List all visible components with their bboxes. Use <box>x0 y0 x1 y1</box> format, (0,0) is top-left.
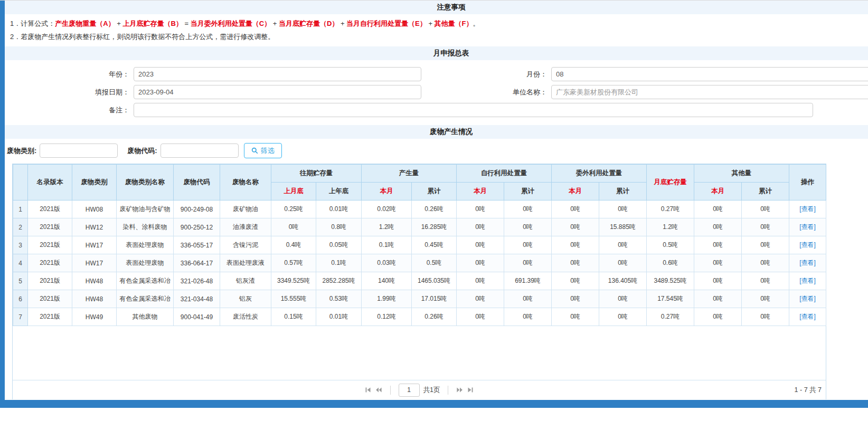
waste-code-input[interactable] <box>161 144 239 158</box>
data-cell: 1.2吨 <box>647 218 694 236</box>
fill-date-input[interactable] <box>134 85 421 99</box>
sub-column-header[interactable]: 本月 <box>457 183 504 200</box>
column-header[interactable]: 其他量 <box>694 165 789 183</box>
table-row[interactable]: 32021版HW17表面处理废物336-055-17含镍污泥0.4吨0.05吨0… <box>13 236 826 254</box>
view-link[interactable]: [查看] <box>799 205 816 213</box>
year-label: 年份： <box>5 70 134 79</box>
column-header[interactable]: 废物类别 <box>72 165 117 200</box>
first-page-button[interactable] <box>365 387 371 393</box>
data-cell: 136.405吨 <box>599 272 647 290</box>
next-page-icon <box>456 387 464 393</box>
company-name-input[interactable] <box>551 85 868 99</box>
view-link[interactable]: [查看] <box>799 259 816 266</box>
data-cell: 0吨 <box>742 236 789 254</box>
table-row[interactable]: 72021版HW49其他废物900-041-49废活性炭0.15吨0.01吨0.… <box>13 308 826 326</box>
data-cell: 0吨 <box>599 236 647 254</box>
data-cell: 有色金属采选和冶 <box>117 290 174 308</box>
column-header[interactable]: 自行利用处置量 <box>457 165 552 183</box>
data-cell: 0.27吨 <box>647 200 694 218</box>
data-cell: 0.26吨 <box>412 308 457 326</box>
data-cell: 0吨 <box>457 236 504 254</box>
table-row[interactable]: 52021版HW48有色金属采选和冶321-026-48铝灰渣3349.525吨… <box>13 272 826 290</box>
view-link[interactable]: [查看] <box>799 223 816 231</box>
sub-column-header[interactable]: 累计 <box>742 183 789 200</box>
column-header[interactable]: 产生量 <box>362 165 457 183</box>
data-cell: 0吨 <box>694 290 742 308</box>
data-cell: 铝灰 <box>220 290 271 308</box>
data-cell: 0吨 <box>552 254 599 272</box>
month-input[interactable] <box>551 67 868 81</box>
column-header[interactable]: 委外利用处置量 <box>552 165 647 183</box>
month-label: 月份： <box>421 70 551 79</box>
company-name-label: 单位名称： <box>421 88 551 97</box>
view-link[interactable]: [查看] <box>799 295 816 302</box>
notice-block: 1．计算公式：产生废物重量（A） + 上月底贮存量（B） = 当月委外利用处置量… <box>5 14 868 46</box>
filter-button[interactable]: 筛选 <box>244 143 282 158</box>
data-cell: 0吨 <box>742 290 789 308</box>
column-header[interactable]: 操作 <box>789 165 826 200</box>
column-header[interactable]: 废物名称 <box>220 165 271 200</box>
table-row[interactable]: 22021版HW12染料、涂料废物900-250-12油漆废渣0吨0.8吨1.2… <box>13 218 826 236</box>
page: 注意事项 1．计算公式：产生废物重量（A） + 上月底贮存量（B） = 当月委外… <box>0 0 868 430</box>
table-row[interactable]: 62021版HW48有色金属采选和冶321-034-48铝灰15.555吨0.5… <box>13 290 826 308</box>
data-cell: 0吨 <box>457 290 504 308</box>
row-number-cell: 4 <box>13 254 28 272</box>
column-header[interactable]: 名录版本 <box>28 165 72 200</box>
table-row[interactable]: 12021版HW08废矿物油与含矿物900-249-08废矿物油0.25吨0.0… <box>13 200 826 218</box>
column-header[interactable]: 月底贮存量 <box>647 165 694 200</box>
waste-category-input[interactable] <box>40 144 118 158</box>
data-cell: 2852.285吨 <box>316 272 362 290</box>
data-cell: 0吨 <box>742 308 789 326</box>
last-page-button[interactable] <box>467 387 474 393</box>
sub-column-header[interactable]: 本月 <box>552 183 599 200</box>
formula-sep5: + <box>427 20 435 27</box>
data-cell: HW17 <box>72 254 117 272</box>
data-cell: 0吨 <box>504 200 552 218</box>
data-cell: 0.02吨 <box>362 200 412 218</box>
data-cell: 0.27吨 <box>647 308 694 326</box>
data-cell: 0吨 <box>552 272 599 290</box>
form-row-3: 备注： <box>5 103 868 117</box>
prev-page-button[interactable] <box>375 387 382 393</box>
data-cell: 0吨 <box>552 290 599 308</box>
data-cell: 0吨 <box>742 272 789 290</box>
search-icon <box>251 147 258 154</box>
view-link[interactable]: [查看] <box>799 313 816 320</box>
column-header[interactable]: 废物类别名称 <box>117 165 174 200</box>
view-link[interactable]: [查看] <box>799 241 816 249</box>
sub-column-header[interactable]: 累计 <box>504 183 552 200</box>
formula-term-f: 其他量（F） <box>435 20 473 27</box>
data-cell: 含镍污泥 <box>220 236 271 254</box>
data-cell: 0.8吨 <box>316 218 362 236</box>
data-cell: 0吨 <box>504 218 552 236</box>
table-row[interactable]: 42021版HW17表面处理废物336-064-17表面处理废液0.57吨0.1… <box>13 254 826 272</box>
column-header[interactable]: 废物代码 <box>174 165 220 200</box>
sub-column-header[interactable]: 上月底 <box>271 183 316 200</box>
data-cell: 0吨 <box>599 200 647 218</box>
data-cell: 0.25吨 <box>271 200 316 218</box>
sub-column-header[interactable]: 本月 <box>694 183 742 200</box>
action-cell: [查看] <box>789 218 826 236</box>
data-cell: HW49 <box>72 308 117 326</box>
data-cell: 0.26吨 <box>412 200 457 218</box>
data-cell: 0吨 <box>742 218 789 236</box>
view-link[interactable]: [查看] <box>799 277 816 284</box>
data-cell: 17.545吨 <box>647 290 694 308</box>
data-cell: 336-055-17 <box>174 236 220 254</box>
sub-column-header[interactable]: 上年底 <box>316 183 362 200</box>
notice-formula-line: 1．计算公式：产生废物重量（A） + 上月底贮存量（B） = 当月委外利用处置量… <box>10 17 868 30</box>
pager-controls: 共1页 <box>365 384 474 397</box>
remark-input[interactable] <box>134 103 813 117</box>
formula-term-d: 当月底贮存量（D） <box>279 20 338 27</box>
year-input[interactable] <box>134 67 421 81</box>
data-cell: 0.03吨 <box>362 254 412 272</box>
action-cell: [查看] <box>789 308 826 326</box>
page-number-input[interactable] <box>399 384 420 397</box>
sub-column-header[interactable]: 本月 <box>362 183 412 200</box>
sub-column-header[interactable]: 累计 <box>599 183 647 200</box>
data-cell: 0.53吨 <box>316 290 362 308</box>
sub-column-header[interactable]: 累计 <box>412 183 457 200</box>
next-page-button[interactable] <box>456 387 464 393</box>
column-header[interactable]: 往期贮存量 <box>271 165 362 183</box>
data-cell: 废矿物油 <box>220 200 271 218</box>
